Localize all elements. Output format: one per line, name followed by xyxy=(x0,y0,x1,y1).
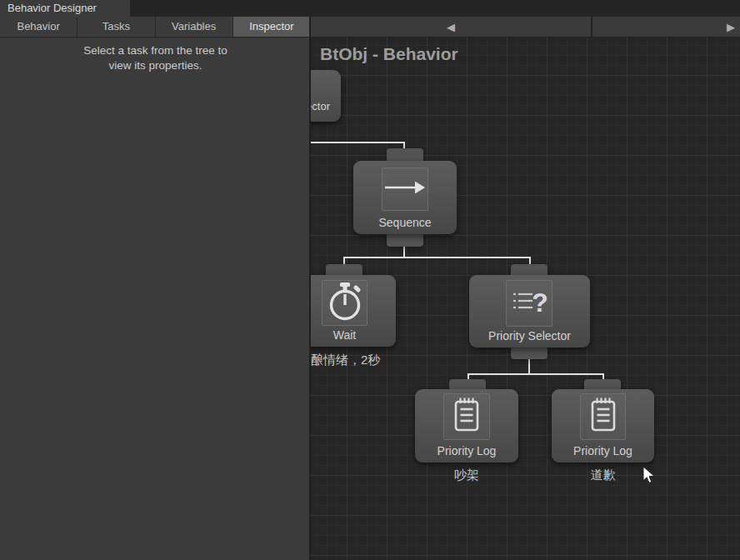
node-priority-log-1-label: Priority Log xyxy=(415,444,518,458)
sequence-arrow-icon xyxy=(383,171,427,208)
sequence-top-connector[interactable] xyxy=(387,148,423,162)
window-titlebar: Behavior Designer xyxy=(0,0,740,17)
wait-comment: 酿情绪，2秒 xyxy=(311,352,380,368)
node-root-label: Selector xyxy=(311,100,330,112)
node-wait-label: Wait xyxy=(311,328,396,342)
toolbar-section-left: ◀ xyxy=(311,17,592,37)
node-sequence[interactable]: Sequence xyxy=(353,161,457,234)
prev-arrow-icon[interactable]: ◀ xyxy=(447,22,455,32)
wire-priority-selector-down xyxy=(528,359,530,374)
list-question-icon: ? xyxy=(509,283,549,323)
wait-icon-box xyxy=(322,280,368,326)
sequence-bottom-connector[interactable] xyxy=(387,234,423,247)
tab-variables[interactable]: Variables xyxy=(156,17,233,37)
priority-selector-bottom-connector[interactable] xyxy=(511,348,548,359)
svg-text:?: ? xyxy=(532,288,548,318)
toolbar-section-right: ▶ xyxy=(592,17,740,37)
tab-inspector[interactable]: Inspector xyxy=(233,17,311,37)
behavior-tree-canvas[interactable]: BtObj - Behavior Selector Sequence xyxy=(311,38,740,560)
tab-behavior[interactable]: Behavior xyxy=(0,17,78,37)
panel-tabs: Behavior Tasks Variables Inspector xyxy=(0,17,311,37)
wait-top-connector[interactable] xyxy=(326,264,362,276)
node-root-selector[interactable]: Selector xyxy=(311,70,341,122)
notepad-icon xyxy=(450,395,483,438)
wire-priority-children-h xyxy=(468,373,604,375)
priority-selector-icon-box: ? xyxy=(506,280,552,327)
priority-log-2-comment: 道歉 xyxy=(552,468,654,483)
priority-log-1-icon-box xyxy=(443,393,490,440)
inspector-panel: Select a task from the tree to view its … xyxy=(0,38,311,560)
sequence-icon-box xyxy=(382,168,428,211)
wire-root-to-sequence-h xyxy=(311,142,405,143)
inspector-empty-message-line1: Select a task from the tree to xyxy=(0,43,311,58)
inspector-empty-message: Select a task from the tree to view its … xyxy=(0,43,311,73)
behavior-title: BtObj - Behavior xyxy=(320,44,458,64)
node-priority-log-2-label: Priority Log xyxy=(552,444,654,458)
wire-sequence-children-h xyxy=(343,257,531,258)
notepad-icon xyxy=(587,395,620,438)
stopwatch-icon xyxy=(326,281,364,326)
node-priority-log-1[interactable]: Priority Log xyxy=(415,389,518,462)
priority-log-2-icon-box xyxy=(580,393,626,440)
tab-tasks[interactable]: Tasks xyxy=(78,17,155,37)
node-priority-selector[interactable]: ? Priority Selector xyxy=(469,275,590,348)
next-arrow-icon[interactable]: ▶ xyxy=(727,22,735,32)
priority-selector-top-connector[interactable] xyxy=(511,264,548,276)
window-tab-behavior-designer[interactable]: Behavior Designer xyxy=(0,0,130,17)
priority-log-1-comment: 吵架 xyxy=(415,468,518,483)
canvas-toolbar: ◀ ▶ xyxy=(311,17,740,37)
node-priority-selector-label: Priority Selector xyxy=(469,329,590,342)
mouse-cursor xyxy=(642,467,656,488)
tab-row: Behavior Tasks Variables Inspector ◀ ▶ xyxy=(0,17,740,38)
node-priority-log-2[interactable]: Priority Log xyxy=(552,389,654,462)
node-sequence-label: Sequence xyxy=(353,216,457,229)
inspector-empty-message-line2: view its properties. xyxy=(0,58,311,73)
node-wait[interactable]: Wait xyxy=(311,275,396,347)
